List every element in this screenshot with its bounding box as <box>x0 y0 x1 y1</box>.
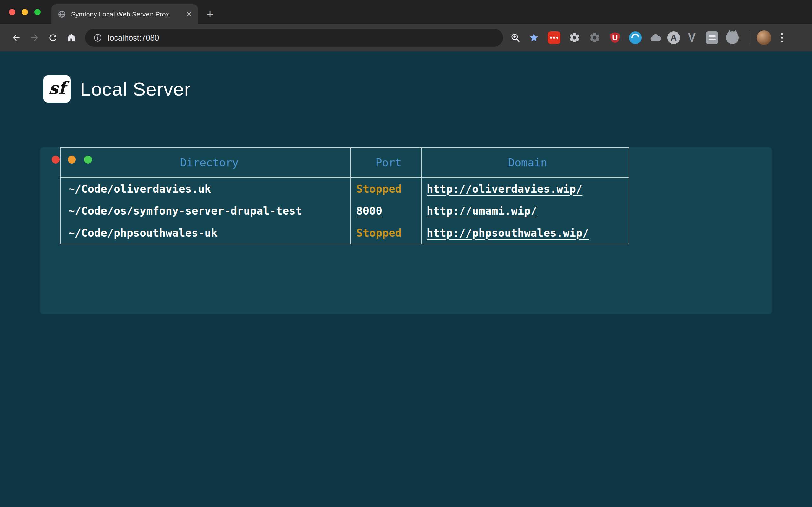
tab-title: Symfony Local Web Server: Prox <box>71 10 182 18</box>
domain-link[interactable]: http://phpsouthwales.wip/ <box>426 227 589 239</box>
cloud-extension-icon[interactable] <box>647 29 664 46</box>
symfony-logo: sf <box>44 75 71 103</box>
browser-tab[interactable]: Symfony Local Web Server: Prox × <box>51 4 198 24</box>
header-directory: Directory <box>60 148 351 177</box>
table-header-row: Directory Port Domain <box>60 148 629 177</box>
port-status: Stopped <box>351 177 421 200</box>
table-row: ~/Code/phpsouthwales-uk Stopped http://p… <box>60 222 629 244</box>
site-info-icon[interactable] <box>93 33 102 42</box>
new-tab-button[interactable]: + <box>202 6 218 22</box>
page-title: Local Server <box>80 78 191 100</box>
page-content: sf Local Server Directory Port Domain ~/… <box>0 51 812 507</box>
toolbar-divider <box>749 31 749 44</box>
github-extension-icon[interactable] <box>724 29 741 46</box>
macos-window-controls <box>9 9 41 15</box>
globe-favicon <box>58 10 66 18</box>
macos-fullscreen-button[interactable] <box>34 9 41 15</box>
forward-button[interactable] <box>26 29 44 47</box>
red-dots-extension-icon[interactable] <box>546 29 563 46</box>
back-button[interactable] <box>7 29 26 47</box>
bookmark-star-icon[interactable] <box>525 29 543 47</box>
zoom-icon[interactable] <box>506 29 525 47</box>
directory-cell: ~/Code/oliverdavies.uk <box>60 177 351 200</box>
dark-gear-extension-icon[interactable] <box>586 29 603 46</box>
letter-a-extension-icon[interactable]: A <box>667 32 680 44</box>
directory-cell: ~/Code/os/symfony-server-drupal-test <box>60 200 351 222</box>
tab-strip: Symfony Local Web Server: Prox × + <box>0 0 812 24</box>
reload-button[interactable] <box>44 29 62 47</box>
panel-orange-dot <box>68 156 76 164</box>
header-domain: Domain <box>421 148 629 177</box>
server-panel: Directory Port Domain ~/Code/oliverdavie… <box>40 147 772 314</box>
address-bar[interactable]: localhost:7080 <box>85 29 503 47</box>
port-status: Stopped <box>351 222 421 244</box>
table-row: ~/Code/oliverdavies.uk Stopped http://ol… <box>60 177 629 200</box>
servers-table: Directory Port Domain ~/Code/oliverdavie… <box>60 147 629 244</box>
header-port: Port <box>351 148 421 177</box>
tab-close-icon[interactable]: × <box>187 10 192 19</box>
blue-circle-extension-icon[interactable] <box>627 29 644 46</box>
card-extension-icon[interactable] <box>704 29 721 46</box>
browser-toolbar: localhost:7080 <box>0 24 812 51</box>
ublock-shield-icon[interactable]: U <box>606 29 623 46</box>
profile-avatar[interactable] <box>757 31 771 45</box>
letter-v-extension-icon[interactable]: V <box>683 29 700 46</box>
macos-minimize-button[interactable] <box>21 9 28 15</box>
extensions-area: U A V <box>546 29 786 46</box>
panel-red-dot <box>52 156 60 164</box>
url-text[interactable]: localhost:7080 <box>108 33 159 43</box>
domain-link[interactable]: http://oliverdavies.wip/ <box>426 182 582 195</box>
settings-gear-icon[interactable] <box>566 29 583 46</box>
browser-menu-icon[interactable] <box>781 33 783 43</box>
panel-window-dots <box>52 156 92 164</box>
panel-green-dot <box>84 156 92 164</box>
brand-header: sf Local Server <box>0 51 812 103</box>
symfony-logo-text: sf <box>49 78 66 98</box>
domain-link[interactable]: http://umami.wip/ <box>426 205 537 217</box>
macos-close-button[interactable] <box>9 9 15 15</box>
directory-cell: ~/Code/phpsouthwales-uk <box>60 222 351 244</box>
port-link[interactable]: 8000 <box>356 205 382 217</box>
home-button[interactable] <box>62 29 81 47</box>
table-row: ~/Code/os/symfony-server-drupal-test 800… <box>60 200 629 222</box>
browser-window: Symfony Local Web Server: Prox × + local… <box>0 0 812 51</box>
